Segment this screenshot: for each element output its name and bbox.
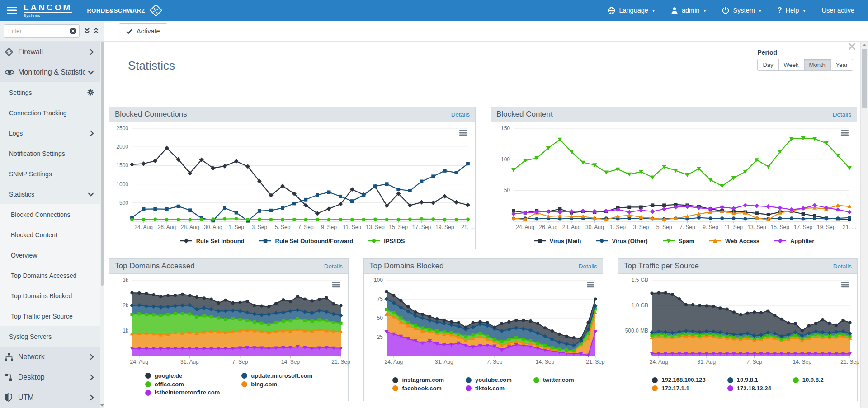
chart-menu-icon[interactable] [841, 130, 849, 136]
legend-item-virus-mail[interactable]: Virus (Mail) [533, 237, 581, 245]
hamburger-menu-icon[interactable] [0, 0, 24, 21]
legend-item-web-access[interactable]: Web Access [709, 237, 760, 245]
check-icon [126, 28, 132, 34]
lancom-logo[interactable]: LANCOM Systems [24, 3, 72, 18]
legend-item-google-de[interactable]: google.de [145, 372, 220, 380]
legend-item-ips-ids[interactable]: IPS/IDS [368, 237, 405, 245]
sidebar-scroll-down-arrow[interactable] [100, 404, 104, 407]
activate-button[interactable]: Activate [119, 23, 167, 38]
details-link[interactable]: Details [451, 111, 470, 118]
legend-item-office-com[interactable]: office.com [145, 380, 220, 389]
gear-icon[interactable] [87, 89, 94, 96]
y-axis-label: 100 [501, 156, 510, 163]
sidebar-item-top-domains-accessed[interactable]: Top Domains Accessed [0, 265, 100, 286]
details-link[interactable]: Details [579, 263, 597, 270]
sidebar-item-top-domains-blocked[interactable]: Top Domains Blocked [0, 286, 100, 306]
nav-item-system[interactable]: System▾ [722, 7, 761, 14]
sidebar-item-blocked-content[interactable]: Blocked Content [0, 225, 100, 245]
collapse-all-icon[interactable] [84, 28, 90, 34]
main-scroll-up-arrow[interactable] [863, 44, 866, 46]
legend-item-192-168-100-123[interactable]: 192.168.100.123 [652, 376, 706, 384]
sidebar-toolbar [0, 21, 104, 41]
panel-header: Blocked ContentDetails [491, 107, 857, 122]
legend-item-rule-set-outbound-forward[interactable]: Rule Set Outbound/Forward [259, 237, 354, 245]
panel-header: Top Domains BlockedDetails [364, 259, 603, 274]
period-button-month[interactable]: Month [804, 59, 831, 71]
chart-menu-icon[interactable] [841, 282, 849, 287]
legend-item-facebook-com[interactable]: facebook.com [392, 385, 443, 393]
sidebar-item-statistics[interactable]: Statistics [0, 184, 100, 204]
sidebar-item-desktop[interactable]: Desktop [0, 367, 100, 387]
legend-item-update-microsoft-com[interactable]: update.microsoft.com [241, 372, 312, 380]
legend-item-10-9-8-1[interactable]: 10.9.8.1 [727, 376, 771, 384]
chart-area: 25507510024. Aug31. Aug7. Sep14. Sep21. … [364, 274, 603, 368]
sidebar-item-label: Monitoring & Statistics [18, 68, 85, 76]
sidebar-item-snmp-settings[interactable]: SNMP Settings [0, 164, 100, 184]
main-scrollbar[interactable] [860, 42, 868, 408]
period-button-week[interactable]: Week [778, 59, 804, 71]
y-axis-label: 500.0 MB [625, 328, 648, 334]
sidebar-item-notification-settings[interactable]: Notification Settings [0, 143, 100, 164]
legend-item-10-9-8-2[interactable]: 10.9.8.2 [793, 376, 824, 384]
sidebar-item-overview[interactable]: Overview [0, 245, 100, 265]
sidebar-scroll-thumb[interactable] [101, 42, 104, 286]
legend-item-twitter-com[interactable]: twitter.com [533, 376, 574, 384]
period-button-year[interactable]: Year [830, 59, 853, 71]
filter-input[interactable] [4, 24, 80, 38]
nav-item-admin[interactable]: admin▾ [671, 7, 706, 14]
app-root: LANCOM Systems ROHDE&SCHWARZ RS Language… [0, 0, 868, 408]
legend-item-instagram-com[interactable]: instagram.com [392, 376, 443, 384]
legend-item-172-18-12-24[interactable]: 172.18.12.24 [727, 385, 771, 393]
sidebar-item-syslog-servers[interactable]: Syslog Servers [0, 326, 100, 347]
expand-all-icon[interactable] [93, 28, 99, 34]
eye-icon [5, 69, 18, 76]
nav-item-help[interactable]: ?Help▾ [778, 7, 806, 14]
chart-menu-icon[interactable] [587, 282, 594, 287]
svg-text:S: S [156, 11, 159, 15]
nav-item-language[interactable]: Language▾ [608, 7, 655, 14]
sidebar-scrollbar[interactable] [100, 42, 104, 408]
x-axis-label: 21. ... [843, 224, 856, 230]
legend-label: bing.com [251, 380, 277, 389]
details-link[interactable]: Details [324, 263, 343, 270]
legend-marker [727, 377, 733, 383]
y-axis-label: 25 [377, 334, 383, 340]
legend-item-rule-set-inbound[interactable]: Rule Set Inbound [180, 237, 245, 245]
sidebar-item-logs[interactable]: Logs [0, 123, 100, 143]
filter-clear-icon[interactable] [69, 27, 77, 35]
sidebar-item-connection-tracking[interactable]: Connection Tracking [0, 103, 100, 123]
x-axis-label: 9. Sep [321, 224, 337, 230]
chart-menu-icon[interactable] [459, 130, 467, 136]
x-axis-label: 5. Sep [275, 224, 291, 230]
legend-item-youtube-com[interactable]: youtube.com [466, 376, 512, 384]
sidebar-item-monitoring-statistics[interactable]: Monitoring & Statistics [0, 62, 100, 82]
sidebar-item-network[interactable]: Network [0, 347, 100, 367]
legend-item-bing-com[interactable]: bing.com [241, 380, 312, 389]
chart-menu-icon[interactable] [332, 282, 340, 287]
period-button-day[interactable]: Day [757, 59, 778, 71]
sidebar-item-firewall[interactable]: Firewall [0, 42, 100, 62]
x-axis-label: 26. Aug [539, 224, 558, 230]
legend-item-172-17-1-1[interactable]: 172.17.1.1 [652, 385, 706, 393]
panel-title: Blocked Connections [115, 110, 187, 119]
legend-label: update.microsoft.com [251, 372, 312, 380]
details-link[interactable]: Details [833, 111, 851, 118]
sidebar-item-top-traffic-per-source[interactable]: Top Traffic per Source [0, 306, 100, 326]
sidebar-item-utm[interactable]: UTM [0, 387, 100, 408]
caret-down-icon: ▾ [759, 8, 761, 13]
nav-item-user-active[interactable]: User active [821, 7, 854, 14]
x-axis-label: 14. Sep [281, 359, 300, 365]
main-scroll-thumb[interactable] [862, 49, 867, 108]
sidebar-item-blocked-connections[interactable]: Blocked Connections [0, 204, 100, 225]
legend-item-istheinternetonfire-com[interactable]: istheinternetonfire.com [145, 389, 220, 397]
legend-item-tiktok-com[interactable]: tiktok.com [466, 385, 512, 393]
legend-item-virus-other[interactable]: Virus (Other) [595, 237, 647, 245]
legend-item-spam[interactable]: Spam [662, 237, 694, 245]
chevron-down-icon [88, 70, 94, 75]
x-axis-label: 3. Sep [251, 224, 267, 230]
sidebar-item-settings[interactable]: Settings [0, 82, 100, 103]
legend-item-appfilter[interactable]: Appfilter [774, 237, 814, 245]
page-header: Statistics Period DayWeekMonthYear [109, 42, 858, 107]
chevron-right-icon [90, 394, 94, 401]
details-link[interactable]: Details [833, 263, 852, 270]
